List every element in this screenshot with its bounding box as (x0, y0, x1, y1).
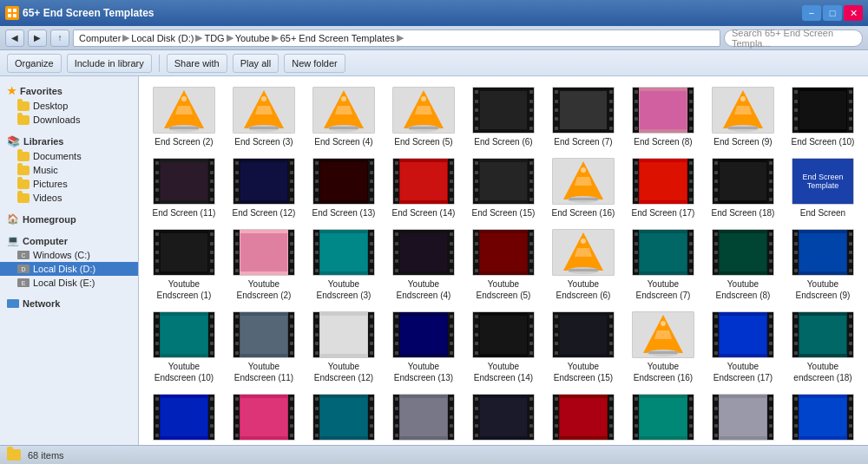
breadcrumb-computer[interactable]: Computer (79, 33, 121, 43)
svg-marker-25 (415, 106, 432, 114)
file-item[interactable]: Youtube Endscreen (5) (465, 225, 542, 304)
sidebar-item-local-e[interactable]: E Local Disk (E:) (0, 276, 138, 290)
file-item[interactable]: Youtube endscreen (18) (785, 308, 861, 387)
file-item[interactable]: End Screen (6) (465, 83, 542, 151)
close-button[interactable]: ✕ (844, 5, 863, 21)
file-item[interactable]: Youtube endscreen (26) (705, 390, 781, 445)
file-item[interactable]: End Screen (14) (385, 154, 462, 222)
sidebar-item-desktop[interactable]: Desktop (0, 99, 138, 113)
folder-icon (17, 152, 30, 161)
sidebar-item-documents[interactable]: Documents (0, 149, 138, 163)
svg-marker-31 (734, 106, 752, 114)
window-icon (5, 6, 19, 20)
share-with-button[interactable]: Share with (167, 54, 227, 73)
file-item[interactable]: Youtube endscreen (23) (465, 390, 542, 445)
organize-button[interactable]: Organize (7, 54, 62, 73)
file-item[interactable]: Youtube endscreen (21) (306, 390, 382, 445)
network-section: Network (0, 295, 138, 310)
include-library-button[interactable]: Include in library (67, 54, 152, 73)
file-item[interactable]: End Screen (13) (306, 154, 382, 222)
file-thumbnail (712, 311, 774, 358)
sidebar-item-local-d[interactable]: D Local Disk (D:) (0, 262, 138, 276)
homegroup-section: 🏠 Homegroup (0, 210, 138, 226)
new-folder-button[interactable]: New folder (284, 54, 345, 73)
file-item[interactable]: End Screen (5) (385, 83, 462, 151)
svg-rect-20 (329, 127, 358, 129)
sidebar-item-music[interactable]: Music (0, 163, 138, 177)
file-label: Youtube Endscreen (2) (227, 278, 300, 301)
file-item[interactable]: Youtube Endscreen (12) (306, 308, 382, 387)
homegroup-title: 🏠 Homegroup (0, 210, 138, 226)
file-item[interactable]: End Screen (16) (545, 154, 621, 222)
file-item[interactable]: Youtube Endscreen (13) (385, 308, 462, 387)
file-item[interactable]: Youtube endscreen (25) (625, 390, 701, 445)
svg-point-27 (421, 96, 426, 101)
search-box[interactable]: Search 65+ End Screen Templa... (724, 29, 863, 47)
file-item[interactable]: Youtube Endscreen (4) (385, 225, 462, 304)
svg-marker-19 (335, 106, 352, 114)
sidebar-item-pictures[interactable]: Pictures (0, 177, 138, 191)
maximize-button[interactable]: □ (823, 5, 842, 21)
sidebar-item-downloads[interactable]: Downloads (0, 113, 138, 127)
file-item[interactable]: End Screen (3) (226, 83, 302, 151)
file-label: Youtube endscreen (22) (387, 443, 460, 445)
breadcrumb[interactable]: Computer ▶ Local Disk (D:) ▶ TDG ▶ Youtu… (73, 29, 720, 47)
file-item[interactable]: Youtube Endscreen (6) (545, 225, 621, 304)
sidebar-item-videos[interactable]: Videos (0, 191, 138, 205)
file-item[interactable]: End Screen (2) (146, 83, 222, 151)
file-label: End Screen (17) (632, 207, 695, 219)
breadcrumb-disk[interactable]: Local Disk (D:) (131, 33, 194, 43)
file-thumbnail (472, 229, 535, 276)
breadcrumb-folder[interactable]: 65+ End Screen Templates (280, 33, 395, 43)
file-thumbnail (792, 87, 854, 134)
file-item[interactable]: Youtube Endscreen (7) (625, 225, 701, 304)
forward-button[interactable]: ▶ (28, 29, 47, 47)
file-label: End Screen (800, 207, 845, 219)
file-item[interactable]: End Screen (10) (785, 83, 861, 151)
file-label: End Screen (15) (472, 207, 536, 219)
file-item[interactable]: Youtube Endscreen (14) (465, 308, 542, 387)
file-item[interactable]: End Screen (4) (306, 83, 382, 151)
sidebar-item-windows-c[interactable]: C Windows (C:) (0, 248, 138, 262)
file-item[interactable]: Youtube Endscreen (16) (625, 308, 701, 387)
file-item[interactable]: Youtube Endscreen (11) (226, 308, 302, 387)
file-item[interactable]: Youtube Endscreen (3) (306, 225, 382, 304)
breadcrumb-youtube[interactable]: Youtube (235, 33, 270, 43)
sep4: ▶ (272, 32, 279, 43)
file-item[interactable]: Youtube endscreen (27) (785, 390, 861, 445)
file-item[interactable]: End Screen (11) (146, 154, 222, 222)
file-item[interactable]: Youtube endscreen (24) (545, 390, 621, 445)
file-item[interactable]: Youtube Endscreen (17) (705, 308, 781, 387)
file-label: Youtube endscreen (26) (707, 443, 779, 445)
breadcrumb-tdg[interactable]: TDG (204, 33, 224, 43)
file-item[interactable]: End Screen (12) (226, 154, 302, 222)
svg-marker-7 (175, 106, 193, 114)
main-layout: ★ Favorites Desktop Downloads 📚 Librarie… (0, 76, 868, 445)
libraries-section: 📚 Libraries Documents Music Pictures Vid… (0, 132, 138, 205)
svg-marker-43 (575, 248, 592, 257)
file-item[interactable]: Youtube Endscreen (1) (146, 225, 222, 304)
file-item[interactable]: End Screen (18) (705, 154, 781, 222)
play-all-button[interactable]: Play all (233, 54, 279, 73)
file-thumbnail (153, 87, 215, 134)
content-area[interactable]: End Screen (2) End Screen (3) End Screen… (139, 76, 868, 445)
sidebar: ★ Favorites Desktop Downloads 📚 Librarie… (0, 76, 139, 445)
file-item[interactable]: Youtube endscreen (20) (226, 390, 302, 445)
file-item[interactable]: Youtube Endscreen (2) (226, 225, 302, 304)
back-button[interactable]: ◀ (5, 29, 24, 47)
file-item[interactable]: End Screen (7) (545, 83, 621, 151)
file-item[interactable]: End Screen (8) (625, 83, 701, 151)
file-item[interactable]: End Screen TemplateEnd Screen (785, 154, 861, 222)
file-item[interactable]: Youtube Endscreen (15) (545, 308, 621, 387)
file-item[interactable]: Youtube endscreen (22) (385, 390, 462, 445)
up-button[interactable]: ↑ (50, 29, 69, 47)
file-item[interactable]: Youtube Endscreen (9) (785, 225, 861, 304)
file-item[interactable]: Youtube endscreen (19) (146, 390, 222, 445)
file-item[interactable]: End Screen (17) (625, 154, 701, 222)
file-item[interactable]: End Screen (15) (465, 154, 542, 222)
file-item[interactable]: Youtube Endscreen (8) (705, 225, 781, 304)
svg-marker-37 (575, 177, 592, 186)
minimize-button[interactable]: − (802, 5, 821, 21)
file-item[interactable]: End Screen (9) (705, 83, 781, 151)
file-item[interactable]: Youtube Endscreen (10) (146, 308, 222, 387)
